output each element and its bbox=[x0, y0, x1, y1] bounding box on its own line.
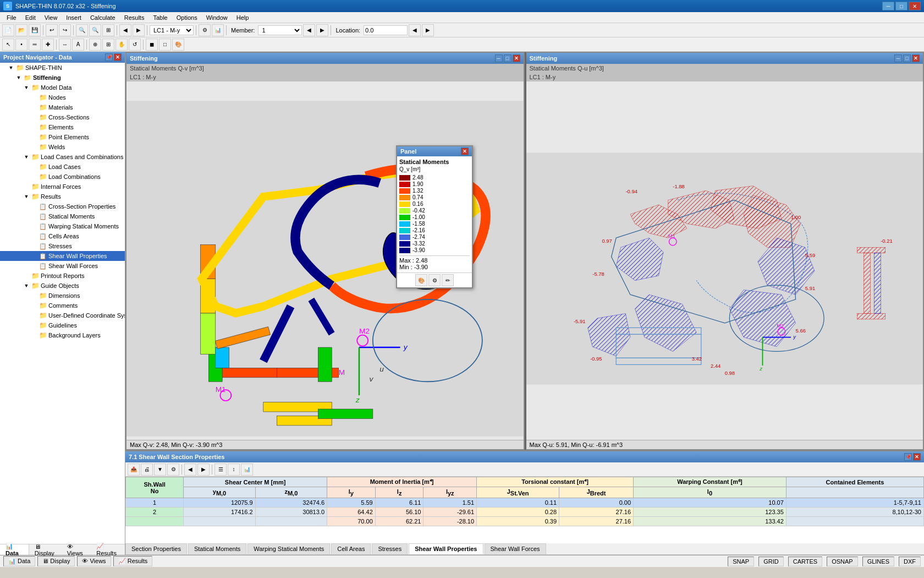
panel-close[interactable]: ✕ bbox=[461, 148, 469, 155]
menu-window[interactable]: Window bbox=[202, 13, 232, 22]
tree-background-layers[interactable]: 📁 Background Layers bbox=[0, 330, 125, 340]
cad-right-min[interactable]: ─ bbox=[894, 54, 902, 62]
status-osnap[interactable]: OSNAP bbox=[827, 557, 858, 566]
nav-tab-results[interactable]: 📈 Results bbox=[91, 544, 125, 555]
bt-export[interactable]: 📤 bbox=[128, 464, 140, 476]
tb2-select[interactable]: ↖ bbox=[2, 39, 14, 51]
tree-welds[interactable]: 📁 Welds bbox=[0, 142, 125, 152]
nav-tab-views[interactable]: 👁 Views bbox=[62, 544, 91, 555]
tb2-rotate[interactable]: ↺ bbox=[129, 39, 141, 51]
maximize-button[interactable]: □ bbox=[895, 2, 908, 10]
menu-results[interactable]: Results bbox=[120, 13, 149, 22]
tb2-dim[interactable]: ↔ bbox=[59, 39, 71, 51]
cad-left-max[interactable]: □ bbox=[504, 54, 512, 62]
tb-new[interactable]: 📄 bbox=[2, 24, 14, 36]
status-display[interactable]: 🖥 Display bbox=[37, 556, 75, 566]
tree-cross-sections[interactable]: 📁 Cross-Sections bbox=[0, 112, 125, 122]
location-input[interactable] bbox=[364, 25, 408, 35]
status-snap[interactable]: SNAP bbox=[728, 557, 754, 566]
tree-cs-props[interactable]: 📋 Cross-Section Properties bbox=[0, 201, 125, 211]
menu-table[interactable]: Table bbox=[148, 13, 172, 22]
bottom-pin[interactable]: 📌 bbox=[904, 453, 912, 461]
tb2-pan[interactable]: ✋ bbox=[116, 39, 128, 51]
results-expand-icon[interactable]: ▼ bbox=[23, 193, 30, 200]
bottom-close[interactable]: ✕ bbox=[913, 453, 921, 461]
bt-filter[interactable]: ▼ bbox=[154, 464, 166, 476]
menu-insert[interactable]: Insert bbox=[62, 13, 86, 22]
tree-results[interactable]: ▼ 📁 Results bbox=[0, 192, 125, 201]
tree-user-coord[interactable]: 📁 User-Defined Coordinate Systems bbox=[0, 310, 125, 320]
tree-elements[interactable]: 📁 Elements bbox=[0, 122, 125, 132]
tb-loc-prev[interactable]: ◀ bbox=[409, 24, 421, 36]
cad-right-canvas[interactable]: -0.94 -1.88 1.00 5.59 5.91 5.66 0.97 -5.… bbox=[526, 81, 923, 450]
tree-statical-moments[interactable]: 📋 Statical Moments bbox=[0, 211, 125, 221]
minimize-button[interactable]: ─ bbox=[882, 2, 894, 10]
menu-help[interactable]: Help bbox=[232, 13, 254, 22]
close-button[interactable]: ✕ bbox=[909, 2, 921, 10]
cad-right-close[interactable]: ✕ bbox=[912, 54, 920, 62]
status-dxf[interactable]: DXF bbox=[899, 557, 921, 566]
table-row[interactable]: 70.00 62.21 -28.10 0.39 27.16 133.42 bbox=[126, 517, 924, 526]
panel-btn-3[interactable]: ✏ bbox=[442, 274, 454, 286]
stiffening-expand-icon[interactable]: ▼ bbox=[15, 74, 22, 81]
tree-load-cases[interactable]: 📁 Load Cases bbox=[0, 162, 125, 172]
status-cartes[interactable]: CARTES bbox=[788, 557, 822, 566]
tree-load-combos[interactable]: ▼ 📁 Load Cases and Combinations bbox=[0, 152, 125, 162]
tb2-node[interactable]: • bbox=[15, 39, 28, 51]
menu-options[interactable]: Options bbox=[172, 13, 202, 22]
tab-section-props[interactable]: Section Properties bbox=[125, 543, 187, 554]
nav-close[interactable]: ✕ bbox=[114, 53, 122, 61]
cad-right-max[interactable]: □ bbox=[903, 54, 911, 62]
tree-root[interactable]: ▼ 📁 SHAPE-THIN bbox=[0, 63, 125, 73]
tree-guidelines[interactable]: 📁 Guidelines bbox=[0, 320, 125, 330]
table-row[interactable]: 1 12075.9 32474.6 5.59 6.11 1.51 0.11 0.… bbox=[126, 498, 924, 508]
cad-left-close[interactable]: ✕ bbox=[513, 54, 520, 62]
tb2-label[interactable]: A bbox=[72, 39, 84, 51]
tb2-snap[interactable]: ⊕ bbox=[89, 39, 101, 51]
tb2-render[interactable]: ◼ bbox=[146, 39, 158, 51]
lc-selector[interactable]: LC1 - M-y bbox=[150, 25, 194, 35]
tb2-cross[interactable]: ✚ bbox=[42, 39, 54, 51]
tab-cell-areas[interactable]: Cell Areas bbox=[331, 543, 371, 554]
status-data[interactable]: 📊 Data bbox=[3, 556, 35, 566]
tree-nodes[interactable]: 📁 Nodes bbox=[0, 92, 125, 102]
go-expand-icon[interactable]: ▼ bbox=[23, 282, 30, 289]
tab-shear-wall-forces[interactable]: Shear Wall Forces bbox=[485, 543, 546, 554]
tb-results[interactable]: 📊 bbox=[212, 24, 224, 36]
panel-btn-1[interactable]: 🎨 bbox=[415, 274, 427, 286]
nav-tab-display[interactable]: 🖥 Display bbox=[29, 544, 62, 555]
tb-zoom-all[interactable]: ⊞ bbox=[102, 24, 114, 36]
bt-sort[interactable]: ↕ bbox=[228, 464, 240, 476]
menu-file[interactable]: File bbox=[2, 13, 21, 22]
tb-redo[interactable]: ↪ bbox=[59, 24, 71, 36]
status-results[interactable]: 📈 Results bbox=[113, 556, 153, 566]
tab-warping-statical[interactable]: Warping Statical Moments bbox=[248, 543, 330, 554]
menu-view[interactable]: View bbox=[40, 13, 62, 22]
tab-stresses[interactable]: Stresses bbox=[372, 543, 408, 554]
tb-undo[interactable]: ↩ bbox=[46, 24, 58, 36]
tab-shear-wall-props[interactable]: Shear Wall Properties bbox=[409, 543, 483, 554]
bt-col-settings[interactable]: ☰ bbox=[215, 464, 227, 476]
tab-statical-moments[interactable]: Statical Moments bbox=[188, 543, 246, 554]
tree-shear-wall-forces[interactable]: 📋 Shear Wall Forces bbox=[0, 261, 125, 271]
tree-model-data[interactable]: ▼ 📁 Model Data bbox=[0, 83, 125, 92]
root-expand-icon[interactable]: ▼ bbox=[8, 64, 14, 71]
tree-comments[interactable]: 📁 Comments bbox=[0, 301, 125, 310]
panel-btn-2[interactable]: ⚙ bbox=[428, 274, 441, 286]
tb2-element[interactable]: ═ bbox=[29, 39, 41, 51]
tb-save[interactable]: 💾 bbox=[29, 24, 41, 36]
tb2-color[interactable]: 🎨 bbox=[172, 39, 184, 51]
tree-cells-areas[interactable]: 📋 Cells Areas bbox=[0, 231, 125, 241]
model-expand-icon[interactable]: ▼ bbox=[23, 84, 30, 91]
tb-zoom-in[interactable]: 🔍 bbox=[76, 24, 88, 36]
tree-point-elements[interactable]: 📁 Point Elements bbox=[0, 132, 125, 142]
tree-guide-objects[interactable]: ▼ 📁 Guide Objects bbox=[0, 281, 125, 291]
table-row[interactable]: 2 17416.2 30813.0 64.42 56.10 -29.61 0.2… bbox=[126, 508, 924, 517]
tree-stresses[interactable]: 📋 Stresses bbox=[0, 241, 125, 251]
bt-chart[interactable]: 📊 bbox=[241, 464, 253, 476]
tree-warping-statical[interactable]: 📋 Warping Statical Moments bbox=[0, 221, 125, 231]
bt-prev-row[interactable]: ◀ bbox=[184, 464, 196, 476]
tree-printout-reports[interactable]: 📁 Printout Reports bbox=[0, 271, 125, 281]
tree-stiffening[interactable]: ▼ 📁 Stiffening bbox=[0, 73, 125, 83]
tree-dimensions[interactable]: 📁 Dimensions bbox=[0, 291, 125, 301]
